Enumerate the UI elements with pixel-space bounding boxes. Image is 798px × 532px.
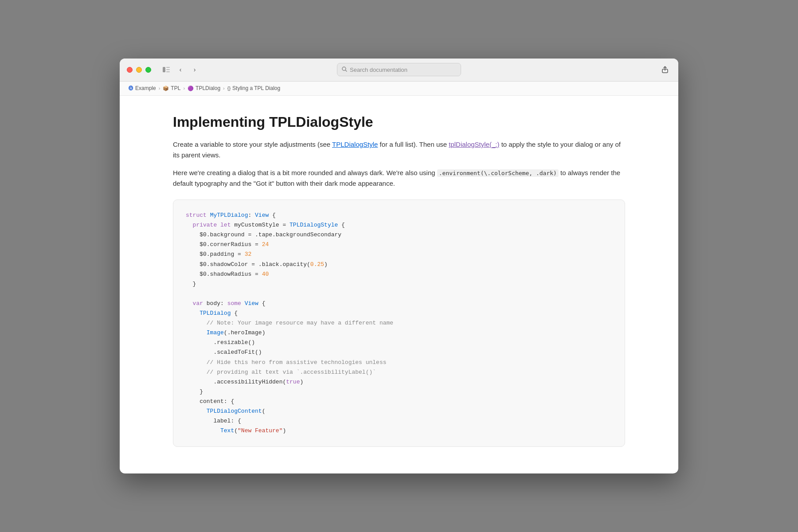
svg-line-5 xyxy=(345,70,347,71)
breadcrumb-tpl-label: TPL xyxy=(171,85,180,91)
app-window: ‹ › Search documentation � xyxy=(120,59,678,474)
app-icon: 🅐 xyxy=(129,86,133,91)
breadcrumb-bar: 🅐 Example › 📦 TPL › 🟣 TPLDialog › {} Sty… xyxy=(120,82,678,96)
titlebar: ‹ › Search documentation xyxy=(120,59,678,82)
share-button[interactable] xyxy=(659,64,671,75)
code-block: struct MyTPLDialog: View { private let m… xyxy=(173,200,625,447)
breadcrumb-item-styling[interactable]: {} Styling a TPL Dialog xyxy=(227,85,280,91)
sidebar-toggle-button[interactable] xyxy=(160,64,172,75)
search-container: Search documentation xyxy=(337,63,461,76)
search-icon xyxy=(342,66,347,73)
breadcrumb-item-tpldialog[interactable]: 🟣 TPLDialog xyxy=(188,85,220,91)
breadcrumb-styling-label: Styling a TPL Dialog xyxy=(232,85,280,91)
tpldialogstyle-link[interactable]: TPLDialogStyle xyxy=(332,141,378,148)
svg-rect-1 xyxy=(166,67,170,68)
svg-rect-2 xyxy=(166,69,170,70)
svg-rect-3 xyxy=(166,71,170,72)
breadcrumb-item-tpl[interactable]: 📦 TPL xyxy=(163,85,180,91)
tpldialogstyle-method-link[interactable]: tplDialogStyle(_:) xyxy=(449,141,499,148)
breadcrumb-tpldialog-label: TPLDialog xyxy=(196,85,220,91)
main-content: Implementing TPLDialogStyle Create a var… xyxy=(120,96,678,474)
maximize-button[interactable] xyxy=(145,67,151,73)
forward-button[interactable]: › xyxy=(188,64,201,75)
breadcrumb-item-example[interactable]: 🅐 Example xyxy=(129,85,156,91)
intro-text-1b: for a full list). Then use xyxy=(378,141,449,148)
back-button[interactable]: ‹ xyxy=(174,64,187,75)
page-icon: {} xyxy=(227,86,231,91)
minimize-button[interactable] xyxy=(136,67,142,73)
nav-controls: ‹ › xyxy=(158,64,201,75)
page-title: Implementing TPLDialogStyle xyxy=(173,113,625,130)
intro-paragraph-1: Create a variable to store your style ad… xyxy=(173,139,625,160)
code-content: struct MyTPLDialog: View { private let m… xyxy=(186,211,612,436)
close-button[interactable] xyxy=(127,67,133,73)
intro-text-1a: Create a variable to store your style ad… xyxy=(173,141,332,148)
class-icon: 🟣 xyxy=(188,86,194,91)
search-bar[interactable]: Search documentation xyxy=(337,63,461,76)
search-placeholder-text: Search documentation xyxy=(350,66,407,73)
breadcrumb-sep-3: › xyxy=(223,86,225,91)
breadcrumb-sep-1: › xyxy=(159,86,160,91)
intro-paragraph-2: Here we're creating a dialog that is a b… xyxy=(173,168,625,189)
breadcrumb-example-label: Example xyxy=(135,85,156,91)
svg-rect-0 xyxy=(163,67,165,72)
traffic-lights xyxy=(127,67,151,73)
package-icon: 📦 xyxy=(163,86,169,91)
breadcrumb-sep-2: › xyxy=(183,86,185,91)
